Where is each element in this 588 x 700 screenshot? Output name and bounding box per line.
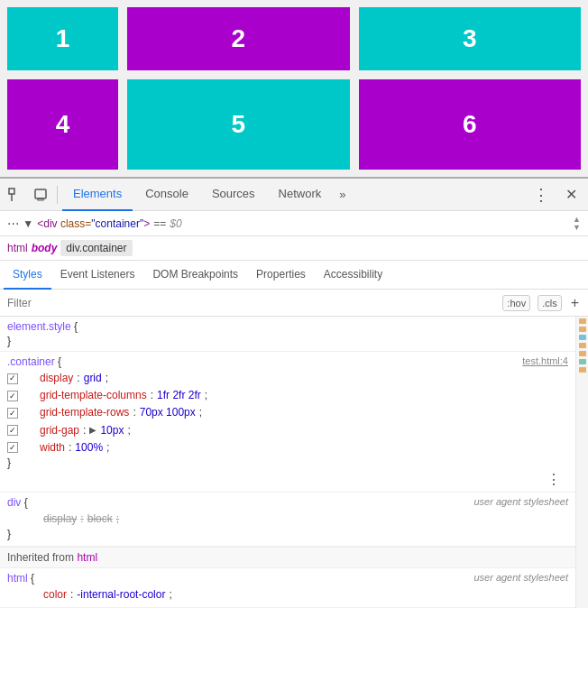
css-checkbox-gtc[interactable]: ✓ [7,391,18,401]
css-property-grid-template-rows: ✓ grid-template-rows : 70px 100px ; [7,404,568,421]
breadcrumb-arrow[interactable]: ▼ [23,217,33,230]
grid-cell-4: 4 [7,79,118,170]
filter-add-button[interactable]: + [569,295,581,311]
css-scroll-gutter [575,317,588,608]
css-filter-bar: :hov .cls + [0,290,588,317]
gutter-mark-1 [579,318,586,324]
grid-cell-6: 6 [359,79,581,170]
tab-elements[interactable]: Elements [62,179,133,211]
svg-rect-2 [35,189,46,198]
css-rule-element-style: element.style { } [0,317,575,352]
breadcrumb-tag: <div class="container"> [37,217,150,230]
subtab-dom-breakpoints[interactable]: DOM Breakpoints [143,261,247,290]
toolbar-separator [57,186,58,204]
css-property-display: ✓ display : grid ; [7,370,568,387]
tab-sources[interactable]: Sources [201,179,266,211]
css-rule-html-ua: html { user agent stylesheet color : -in… [0,568,575,608]
css-checkbox-width[interactable]: ✓ [7,442,18,453]
css-checkbox-display[interactable]: ✓ [7,373,18,384]
device-icon [33,188,48,202]
css-rule-container: .container { test.html:4 ✓ display : gri… [0,352,575,493]
grid-cell-2: 2 [127,7,349,70]
dom-breadcrumb: ··· ▼ <div class="container"> == $0 ▲ ▼ [0,211,588,236]
crumb-divcontainer[interactable]: div.container [60,240,132,256]
inspect-icon-button[interactable] [4,183,27,207]
filter-hov-button[interactable]: :hov [502,295,530,311]
gutter-mark-6 [579,359,586,364]
devtools-close-button[interactable]: ✕ [558,182,584,207]
css-property-color: color : -internal-root-color ; [7,586,568,603]
grid-cell-3: 3 [359,7,581,70]
css-checkbox-gg[interactable]: ✓ [7,425,18,436]
styles-subtabs: Styles Event Listeners DOM Breakpoints P… [0,261,588,290]
breadcrumb-scroll[interactable]: ▲ ▼ [573,216,581,232]
css-source-link[interactable]: test.html:4 [522,355,568,366]
svg-rect-3 [38,198,43,200]
devtools-menu-button[interactable]: ⋮ [528,181,555,208]
crumb-html[interactable]: html [7,242,28,254]
css-grid-demo: 1 2 3 4 5 6 [0,0,588,177]
subtab-event-listeners[interactable]: Event Listeners [51,261,144,290]
breadcrumb-dots: ··· [7,216,19,232]
svg-rect-0 [9,189,14,194]
user-agent-label-html: user agent stylesheet [473,572,568,583]
css-property-grid-template-columns: ✓ grid-template-columns : 1fr 2fr 2fr ; [7,387,568,404]
gutter-mark-4 [579,343,586,348]
css-property-width: ✓ width : 100% ; [7,439,568,456]
css-main-panel: element.style { } .container { test.html… [0,317,588,608]
tab-console[interactable]: Console [134,179,199,211]
panel-with-scroll: element.style { } .container { test.html… [0,317,588,608]
subtab-accessibility[interactable]: Accessibility [315,261,391,290]
gutter-mark-5 [579,351,586,356]
inspect-icon [8,188,23,202]
css-selector-div: div [7,496,21,509]
gutter-mark-2 [579,327,586,332]
gutter-mark-3 [579,335,586,340]
inherited-html-link[interactable]: html [77,551,97,564]
gutter-mark-7 [579,367,586,373]
filter-cls-button[interactable]: .cls [537,295,562,311]
grid-cell-1: 1 [7,7,118,70]
crumb-body[interactable]: body [32,242,58,254]
tab-network[interactable]: Network [268,179,333,211]
css-rule-more-button[interactable]: ⋮ [543,470,565,489]
css-rule-div-ua: div { user agent stylesheet display : bl… [0,493,575,547]
user-agent-label: user agent stylesheet [473,496,568,507]
more-tabs-button[interactable]: » [334,184,351,205]
css-selector: element.style [7,320,71,333]
css-selector-container[interactable]: .container [7,355,55,368]
inherited-from-section: Inherited from html [0,547,575,568]
subtab-styles[interactable]: Styles [4,261,51,290]
css-selector-html: html [7,572,28,585]
grid-gap-triangle[interactable]: ▶ [89,423,96,438]
devtools-toolbar: Elements Console Sources Network » ⋮ ✕ [0,179,588,211]
css-rules-panel: element.style { } .container { test.html… [0,317,575,608]
css-property-div-display: display : block ; [7,511,568,528]
subtab-properties[interactable]: Properties [247,261,315,290]
devtools-panel: Elements Console Sources Network » ⋮ ✕ ·… [0,177,588,608]
css-checkbox-gtr[interactable]: ✓ [7,408,18,419]
css-filter-input[interactable] [7,297,495,309]
css-property-grid-gap: ✓ grid-gap : ▶ 10px ; [7,422,568,439]
grid-cell-5: 5 [127,79,349,170]
crumb-path-bar: html body div.container [0,236,588,261]
device-toggle-button[interactable] [29,183,52,207]
